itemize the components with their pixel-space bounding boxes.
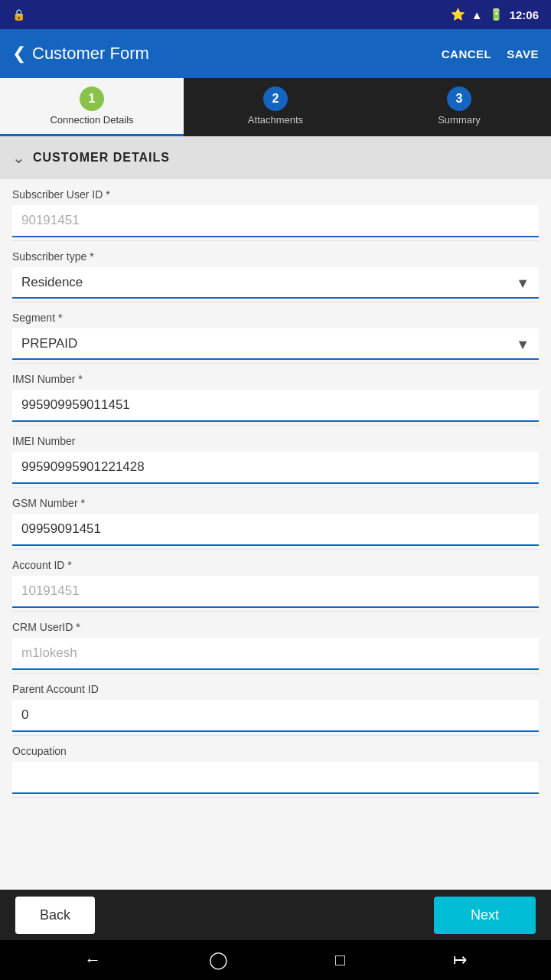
next-button[interactable]: Next — [434, 897, 536, 934]
subscriber-type-select[interactable]: Residence Business Corporate — [12, 267, 539, 299]
account-id-label: Account ID * — [12, 559, 539, 571]
gsm-number-label: GSM Number * — [12, 497, 539, 509]
occupation-input[interactable] — [12, 762, 539, 794]
step-attachments[interactable]: 2 Attachments — [184, 78, 367, 136]
crm-userid-group: CRM UserID * — [0, 612, 551, 673]
imsi-number-input[interactable] — [12, 390, 539, 422]
parent-account-id-group: Parent Account ID — [0, 674, 551, 735]
steps-bar: 1 Connection Details 2 Attachments 3 Sum… — [0, 78, 551, 136]
segment-label: Segment * — [12, 312, 539, 324]
step-2-circle: 2 — [263, 87, 288, 111]
gsm-number-input[interactable] — [12, 514, 539, 546]
parent-account-id-label: Parent Account ID — [12, 683, 539, 695]
battery-icon: 🔋 — [489, 8, 504, 21]
back-button[interactable]: Back — [15, 897, 95, 934]
step-summary[interactable]: 3 Summary — [367, 78, 551, 136]
android-home-icon[interactable]: ◯ — [209, 950, 228, 970]
subscriber-type-group: Subscriber type * Residence Business Cor… — [0, 241, 551, 302]
bluetooth-icon: ⭐ — [451, 8, 465, 21]
android-back-icon[interactable]: ← — [84, 950, 101, 970]
occupation-label: Occupation — [12, 745, 539, 757]
segment-select[interactable]: PREPAID POSTPAID — [12, 328, 539, 360]
wifi-icon: ▲ — [471, 8, 483, 21]
header-left: ❮ Customer Form — [12, 44, 149, 64]
imei-number-input[interactable] — [12, 452, 539, 484]
lock-icon: 🔒 — [12, 8, 25, 21]
android-nav-bar: ← ◯ □ ↦ — [0, 940, 551, 980]
time-display: 12:06 — [510, 8, 539, 21]
subscriber-type-select-wrapper: Residence Business Corporate ▼ — [12, 267, 539, 299]
step-3-circle: 3 — [447, 87, 471, 111]
back-arrow-icon[interactable]: ❮ — [12, 44, 26, 64]
imsi-number-label: IMSI Number * — [12, 373, 539, 385]
step-1-circle: 1 — [80, 87, 104, 111]
crm-userid-label: CRM UserID * — [12, 621, 539, 633]
segment-select-wrapper: PREPAID POSTPAID ▼ — [12, 328, 539, 360]
status-icons-left: 🔒 — [12, 8, 25, 21]
customer-details-section-header: ⌄ CUSTOMER DETAILS — [0, 136, 551, 179]
cancel-button[interactable]: CANCEL — [442, 47, 492, 60]
subscriber-type-label: Subscriber type * — [12, 250, 539, 263]
subscriber-user-id-input[interactable] — [12, 205, 539, 237]
collapse-icon[interactable]: ⌄ — [12, 149, 25, 167]
parent-account-id-input[interactable] — [12, 700, 539, 732]
step-1-label: Connection Details — [50, 114, 133, 126]
account-id-group: Account ID * — [0, 550, 551, 611]
android-menu-icon[interactable]: ↦ — [453, 950, 467, 970]
status-bar: 🔒 ⭐ ▲ 🔋 12:06 — [0, 0, 551, 29]
occupation-group: Occupation — [0, 736, 551, 797]
app-header: ❮ Customer Form CANCEL SAVE — [0, 29, 551, 78]
form-area: Subscriber User ID * Subscriber type * R… — [0, 179, 551, 890]
status-icons-right: ⭐ ▲ 🔋 12:06 — [451, 8, 539, 21]
page-title: Customer Form — [32, 44, 149, 64]
imsi-number-group: IMSI Number * — [0, 364, 551, 425]
step-connection-details[interactable]: 1 Connection Details — [0, 78, 184, 136]
imei-number-label: IMEI Number — [12, 435, 539, 447]
imei-number-group: IMEI Number — [0, 426, 551, 487]
header-actions: CANCEL SAVE — [442, 47, 539, 60]
step-2-label: Attachments — [248, 114, 303, 126]
bottom-nav: Back Next — [0, 890, 551, 940]
save-button[interactable]: SAVE — [507, 47, 539, 60]
segment-group: Segment * PREPAID POSTPAID ▼ — [0, 302, 551, 363]
gsm-number-group: GSM Number * — [0, 488, 551, 549]
step-3-label: Summary — [438, 114, 481, 126]
account-id-input[interactable] — [12, 576, 539, 608]
android-recents-icon[interactable]: □ — [335, 950, 345, 970]
subscriber-user-id-group: Subscriber User ID * — [0, 179, 551, 240]
crm-userid-input[interactable] — [12, 638, 539, 670]
subscriber-user-id-label: Subscriber User ID * — [12, 188, 539, 201]
section-title: CUSTOMER DETAILS — [33, 151, 170, 165]
